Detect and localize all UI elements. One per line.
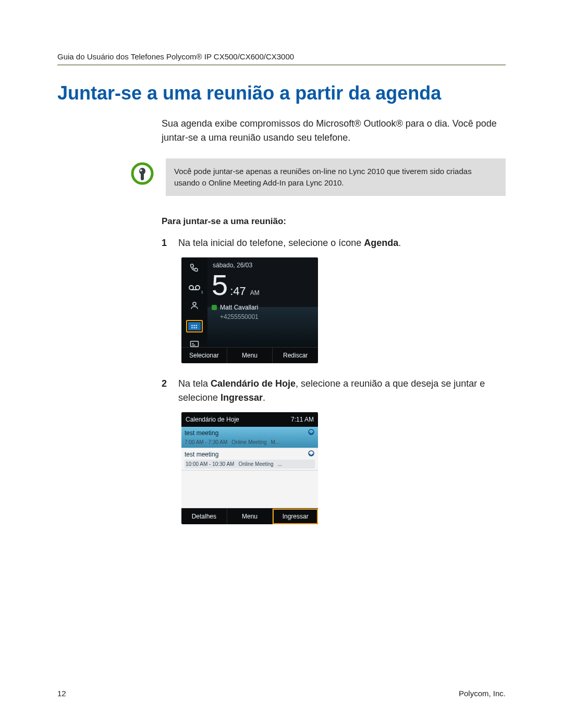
calendar-title: Calendário de Hoje <box>186 415 239 424</box>
home-user-number: +4255550001 <box>220 312 318 322</box>
page-number: 12 <box>57 689 66 698</box>
phone-home-screenshot: 1 <box>181 257 318 363</box>
svg-rect-12 <box>191 341 199 347</box>
step-2-suffix: . <box>263 392 265 403</box>
svg-point-2 <box>189 286 193 290</box>
page-title: Juntar-se a uma reunião a partir da agen… <box>57 82 506 104</box>
online-meeting-icon <box>308 428 315 436</box>
step-2-prefix: Na tela <box>178 378 211 389</box>
meeting-type: Online Meeting <box>231 438 266 446</box>
meeting-name: test meeting <box>185 428 218 438</box>
step-1-text: Na tela inicial do telefone, selecione o… <box>178 238 364 248</box>
softkey-ingressar: Ingressar <box>273 509 318 524</box>
calendar-item-selected: test meeting 7:00 AM - 7:30 AM Online Me… <box>181 427 318 448</box>
svg-point-1 <box>140 169 142 171</box>
svg-rect-6 <box>191 325 193 327</box>
sidebar-voicemail-icon: 1 <box>189 282 200 294</box>
home-time-ampm: AM <box>250 288 260 298</box>
svg-rect-7 <box>193 325 195 327</box>
footer-company: Polycom, Inc. <box>459 689 506 698</box>
softkey-selecionar: Selecionar <box>181 348 227 363</box>
meeting-name: test meeting <box>185 450 218 459</box>
meeting-loc: M... <box>271 438 280 446</box>
meeting-time: 7:00 AM - 7:30 AM <box>185 438 227 446</box>
softkey-menu: Menu <box>227 509 273 524</box>
sidebar-phone-icon <box>190 263 199 276</box>
meeting-type: Online Meeting <box>238 460 273 468</box>
calendar-item: test meeting 10:00 AM - 10:30 AM Online … <box>181 448 318 471</box>
step-2: 2 Na tela Calendário de Hoje, selecione … <box>162 377 506 405</box>
softkey-rediscar: Rediscar <box>273 348 318 363</box>
presence-indicator-icon <box>212 305 217 310</box>
svg-point-3 <box>195 286 200 290</box>
voicemail-badge: 1 <box>201 289 203 295</box>
softkey-menu: Menu <box>227 348 273 363</box>
home-user-name: Matt Cavallari <box>220 303 258 312</box>
step-1-bold: Agenda <box>364 238 398 248</box>
step-number: 2 <box>162 377 171 405</box>
svg-rect-5 <box>191 323 199 330</box>
home-time-hour: 5 <box>212 271 227 299</box>
sidebar-contacts-icon <box>190 301 199 314</box>
step-number: 1 <box>162 236 171 250</box>
step-1-suffix: . <box>398 238 401 248</box>
softkey-detalhes: Detalhes <box>181 509 227 524</box>
note-icon <box>130 162 154 188</box>
step-2-bold1: Calendário de Hoje <box>211 378 296 389</box>
svg-rect-11 <box>196 327 198 329</box>
step-1: 1 Na tela inicial do telefone, selecione… <box>162 236 506 250</box>
meeting-time: 10:00 AM - 10:30 AM <box>186 460 234 468</box>
home-date: sábado, 26/03 <box>213 261 318 270</box>
svg-rect-10 <box>193 327 195 329</box>
svg-point-4 <box>193 302 196 305</box>
calendar-clock: 7:11 AM <box>291 415 314 424</box>
home-time-min: :47 <box>230 282 246 300</box>
svg-rect-8 <box>196 325 198 327</box>
meeting-loc: ... <box>278 460 282 468</box>
note-box: Você pode juntar-se apenas a reuniões on… <box>166 158 506 196</box>
steps-heading: Para juntar-se a uma reunião: <box>162 215 506 228</box>
online-meeting-icon <box>308 450 315 457</box>
svg-rect-9 <box>191 327 193 329</box>
intro-paragraph: Sua agenda exibe compromissos do Microso… <box>162 117 506 145</box>
step-2-bold2: Ingressar <box>221 392 263 403</box>
phone-calendar-screenshot: Calendário de Hoje 7:11 AM test meeting … <box>181 412 318 524</box>
breadcrumb: Guia do Usuário dos Telefones Polycom® I… <box>57 52 506 66</box>
sidebar-settings-icon <box>190 339 199 351</box>
sidebar-calendar-icon-selected <box>186 320 203 332</box>
